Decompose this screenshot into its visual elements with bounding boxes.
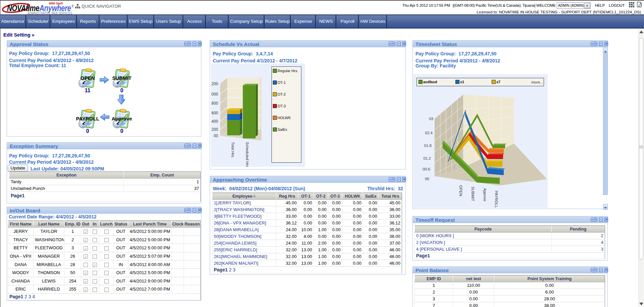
- svg-text:03: 03: [429, 117, 433, 121]
- svg-text:01.2: 01.2: [424, 156, 431, 160]
- svg-text:Total Hrs.: Total Hrs.: [231, 142, 235, 158]
- svg-text:1200: 1200: [211, 82, 218, 86]
- svg-text:400: 400: [211, 119, 218, 124]
- svg-text:600: 600: [211, 111, 218, 115]
- svg-text:PAYROLL: PAYROLL: [494, 191, 498, 208]
- svg-text:1000: 1000: [211, 92, 218, 97]
- svg-text:Scheduled Hrs.: Scheduled Hrs.: [245, 142, 249, 167]
- svg-text:02.4: 02.4: [425, 131, 433, 135]
- svg-text:200: 200: [211, 127, 218, 132]
- svg-text:800: 800: [211, 101, 218, 106]
- svg-text:00: 00: [214, 134, 218, 138]
- svg-text:SUBMIT: SUBMIT: [471, 187, 475, 201]
- svg-text:00.6: 00.6: [423, 167, 430, 171]
- svg-text:00: 00: [425, 177, 429, 181]
- svg-text:OPEN: OPEN: [459, 185, 463, 196]
- svg-text:Approve: Approve: [483, 188, 487, 201]
- svg-text:01.8: 01.8: [424, 144, 432, 148]
